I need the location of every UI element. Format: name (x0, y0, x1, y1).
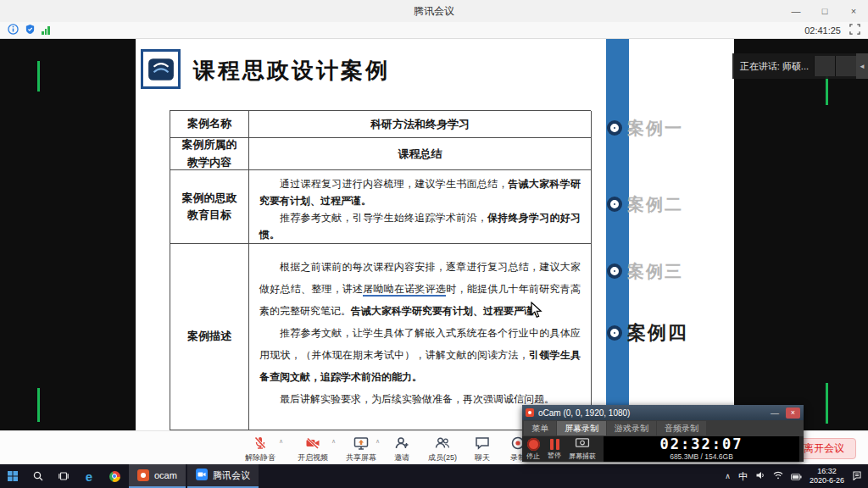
notification-center-icon[interactable] (852, 469, 862, 484)
shared-screen-area: 课程思政设计案例 案例名称 科研方法和终身学习 案例所属的教学内容 课程总结 案… (0, 39, 868, 430)
ocam-tab-bar: 菜单 屏幕录制 游戏录制 音频录制 (522, 420, 804, 436)
ocam-logo-icon (526, 408, 534, 417)
taskbar-clock[interactable]: 16:32 2020-6-26 (810, 467, 844, 485)
members-icon (435, 435, 450, 451)
ocam-pause-button[interactable]: 暂停 (548, 438, 561, 460)
invite-person-icon (394, 435, 409, 451)
network-signal-icon (42, 26, 50, 35)
ocam-titlebar[interactable]: oCam (0, 0, 1920, 1080) — × (522, 405, 804, 420)
fullscreen-icon[interactable] (849, 23, 860, 38)
ocam-window-title: oCam (0, 0, 1920, 1080) (538, 408, 764, 418)
camera-off-icon (305, 435, 320, 451)
speaking-banner: 正在讲话: 师硕... ◄ (732, 53, 868, 79)
chat-bubble-icon (475, 435, 490, 451)
share-screen-button[interactable]: 共享屏幕 ∧ (339, 434, 383, 463)
ocam-close-icon[interactable]: × (786, 408, 800, 419)
ocam-body: 停止 暂停 屏幕捕获 02:32:07 685.3MB / 154.6GB (522, 436, 804, 462)
invite-button[interactable]: 邀请 (383, 434, 420, 463)
meeting-duration: 02:41:25 (804, 25, 841, 36)
video-thumbnail[interactable] (814, 56, 835, 76)
maximize-icon[interactable]: □ (810, 0, 839, 22)
ocam-app-icon (137, 469, 149, 481)
presentation-slide: 课程思政设计案例 案例名称 科研方法和终身学习 案例所属的教学内容 课程总结 案… (136, 39, 734, 430)
slide-nav-bar (606, 39, 629, 430)
bold-text: 告诫大家科学研究要有计划、过程要严谨。 (351, 305, 544, 317)
start-button[interactable] (0, 464, 25, 488)
goal-paragraph-2: 推荐参考文献，引导学生始终追踪学术前沿，保持终身学习的好习惯。 (259, 209, 581, 243)
desc-paragraph-2: 推荐参考文献，让学生具体了解嵌入式系统在各个行业中的具体应用现状，（并体现在期末… (259, 322, 581, 388)
storage-usage: 685.3MB / 154.6GB (670, 452, 733, 461)
minimize-icon[interactable]: — (782, 0, 810, 22)
unmute-button[interactable]: 解除静音 ∧ (234, 434, 287, 463)
meeting-window: 腾讯会议 — □ × 02:41:25 (0, 0, 868, 488)
collapse-icon: ◄ (859, 63, 865, 70)
windows-taskbar: e ocam 腾讯会议 ∧ 中 16:32 20 (0, 464, 868, 488)
system-tray: ∧ 中 16:32 2020-6-26 (719, 464, 868, 488)
course-logo-icon (141, 49, 181, 89)
share-marker-bottom-left (37, 388, 40, 422)
ocam-capture-button[interactable]: 屏幕捕获 (569, 438, 596, 461)
education-goal-text: 通过课程复习进行内容梳理，建议学生书面总结，告诫大家科学研究要有计划、过程严谨。… (249, 170, 592, 244)
underlined-text: 屠呦呦在诺奖评选 (363, 283, 446, 297)
speaking-text: 正在讲话: 师硕... (740, 60, 809, 73)
search-icon[interactable] (25, 464, 51, 488)
security-shield-icon[interactable] (25, 23, 36, 38)
ocam-tab-screen-record[interactable]: 屏幕录制 (557, 421, 606, 435)
row-label-education-goal: 案例的思政教育目标 (170, 170, 249, 244)
network-icon[interactable] (773, 469, 783, 484)
nav-case-2: 案例二 (606, 193, 683, 215)
nav-case-4: 案例四 (606, 322, 688, 344)
chrome-browser-icon[interactable] (102, 464, 127, 488)
close-icon[interactable]: × (839, 0, 868, 22)
caret-up-icon[interactable]: ∧ (279, 438, 283, 445)
task-view-icon[interactable] (51, 464, 76, 488)
caret-up-icon[interactable]: ∧ (331, 438, 336, 445)
share-screen-icon (353, 435, 369, 451)
row-label-case-name: 案例名称 (170, 111, 249, 138)
bullet-icon (610, 200, 619, 208)
case-description-text: 根据之前课前的每次课程内容安排，逐章进行复习总结，建议大家做好总结、整理，讲述屠… (249, 244, 592, 430)
window-title: 腾讯会议 (414, 4, 454, 19)
row-label-teaching-content: 案例所属的教学内容 (170, 138, 249, 170)
ime-indicator[interactable]: 中 (738, 470, 748, 483)
pause-icon (550, 438, 559, 450)
screen-capture-icon (575, 438, 590, 451)
share-marker-top-left (37, 61, 40, 92)
nav-case-3: 案例三 (606, 260, 683, 282)
ocam-timer-panel: 02:32:07 685.3MB / 154.6GB (604, 436, 799, 462)
share-marker-bottom-right (826, 383, 828, 424)
chat-button[interactable]: 聊天 (465, 434, 500, 463)
taskbar-app-meeting[interactable]: 腾讯会议 (187, 464, 259, 488)
collapse-banner-button[interactable]: ◄ (856, 53, 868, 79)
case-table: 案例名称 科研方法和终身学习 案例所属的教学内容 课程总结 案例的思政教育目标 … (170, 110, 591, 430)
ocam-stop-button[interactable]: 停止 (526, 438, 540, 461)
video-thumbnail[interactable] (835, 56, 856, 76)
meeting-info-icon[interactable] (8, 23, 19, 38)
case-name-value: 科研方法和终身学习 (249, 111, 592, 138)
members-button[interactable]: 成员(25) (420, 434, 465, 463)
caret-up-icon[interactable]: ∧ (376, 438, 380, 445)
microphone-muted-icon (253, 435, 268, 451)
ocam-tab-game-record[interactable]: 游戏录制 (607, 421, 656, 435)
stop-icon (527, 438, 540, 451)
teaching-content-value: 课程总结 (249, 138, 592, 170)
ocam-menu-button[interactable]: 菜单 (524, 421, 556, 435)
battery-icon[interactable] (791, 469, 802, 484)
volume-icon[interactable] (755, 469, 765, 484)
row-label-description: 案例描述 (170, 244, 249, 430)
ocam-tab-audio-record[interactable]: 音频录制 (657, 421, 706, 435)
ocam-minimize-icon[interactable]: — (768, 408, 782, 418)
edge-browser-icon[interactable]: e (76, 464, 102, 488)
bullet-icon (610, 329, 619, 337)
taskbar-app-ocam[interactable]: ocam (129, 464, 186, 488)
start-video-button[interactable]: 开启视频 ∧ (287, 434, 339, 463)
ocam-window: oCam (0, 0, 1920, 1080) — × 菜单 屏幕录制 游戏录制… (522, 405, 804, 462)
recording-timer: 02:32:07 (660, 437, 743, 452)
tray-expand-icon[interactable]: ∧ (725, 472, 731, 480)
meeting-info-bar: 02:41:25 (0, 22, 868, 39)
bullet-icon (610, 267, 619, 275)
goal-paragraph-1: 通过课程复习进行内容梳理，建议学生书面总结，告诫大家科学研究要有计划、过程严谨。 (259, 175, 581, 209)
nav-case-1: 案例一 (606, 117, 683, 139)
window-controls: — □ × (782, 0, 868, 22)
bullet-icon (610, 124, 619, 132)
